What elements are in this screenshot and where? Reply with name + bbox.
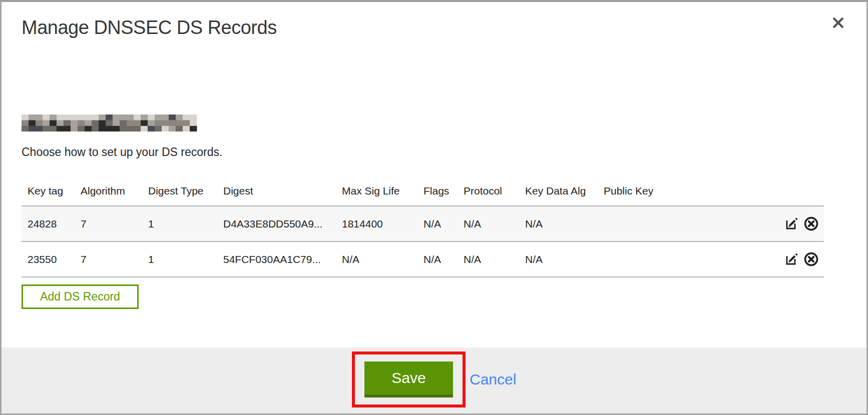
cancel-link[interactable]: Cancel	[470, 371, 516, 388]
table-cell: N/A	[342, 242, 423, 277]
circle-x-delete-icon	[803, 216, 819, 232]
table-cell: N/A	[423, 242, 464, 277]
table-cell	[604, 242, 696, 277]
row-actions-cell	[696, 206, 824, 242]
table-body: 2482871D4A33E8DD550A9...1814400N/AN/AN/A…	[22, 206, 824, 277]
table-cell: N/A	[464, 206, 525, 242]
table-cell: 7	[81, 206, 148, 242]
table-cell: 23550	[22, 242, 81, 277]
intro-text: Choose how to set up your DS records.	[22, 146, 844, 159]
edit-pencil-icon	[785, 217, 798, 230]
col-header-max-sig-life: Max Sig Life	[342, 159, 423, 206]
close-x-glyph	[831, 16, 845, 30]
col-header-actions	[696, 159, 824, 206]
edit-record-button[interactable]	[784, 252, 799, 266]
table-cell: N/A	[464, 242, 525, 277]
row-actions-cell	[696, 242, 824, 277]
footer-actions: Save Cancel	[352, 352, 516, 408]
add-ds-record-button[interactable]: Add DS Record	[22, 284, 139, 309]
delete-record-button[interactable]	[802, 216, 820, 232]
circle-x-delete-icon	[803, 252, 819, 267]
save-button[interactable]: Save	[364, 362, 453, 398]
table-cell: 1	[148, 242, 223, 277]
red-highlight-annotation: Save	[352, 352, 466, 408]
edit-record-button[interactable]	[784, 217, 799, 230]
table-cell: 54FCF030AA1C79...	[223, 242, 342, 277]
table-cell: N/A	[423, 206, 464, 242]
table-cell	[604, 206, 696, 242]
dialog-footer: Save Cancel	[2, 348, 866, 414]
page-title: Manage DNSSEC DS Records	[22, 17, 844, 38]
col-header-digest-type: Digest Type	[148, 159, 223, 206]
col-header-flags: Flags	[423, 159, 464, 206]
col-header-digest: Digest	[223, 159, 342, 206]
table-cell: 7	[81, 242, 148, 277]
col-header-key-data-alg: Key Data Alg	[525, 159, 604, 206]
edit-pencil-icon	[785, 252, 798, 266]
delete-record-button[interactable]	[802, 252, 820, 267]
table-cell: 1814400	[342, 206, 423, 242]
domain-name-redacted	[22, 114, 200, 132]
col-header-algorithm: Algorithm	[81, 159, 148, 206]
table-cell: 24828	[22, 206, 81, 242]
table-cell: N/A	[525, 242, 604, 277]
table-row: 235507154FCF030AA1C79...N/AN/AN/AN/A	[22, 242, 824, 277]
table-header-row: Key tag Algorithm Digest Type Digest Max…	[22, 159, 824, 206]
table-cell: D4A33E8DD550A9...	[223, 206, 342, 242]
col-header-key-tag: Key tag	[22, 159, 81, 206]
table-row: 2482871D4A33E8DD550A9...1814400N/AN/AN/A	[22, 206, 824, 242]
ds-records-table: Key tag Algorithm Digest Type Digest Max…	[22, 159, 824, 278]
col-header-public-key: Public Key	[604, 159, 696, 206]
table-cell: N/A	[525, 206, 604, 242]
col-header-protocol: Protocol	[464, 159, 525, 206]
table-cell: 1	[148, 206, 223, 242]
close-icon[interactable]	[830, 15, 845, 30]
dialog-content: Manage DNSSEC DS Records Choose how to s…	[2, 2, 866, 348]
